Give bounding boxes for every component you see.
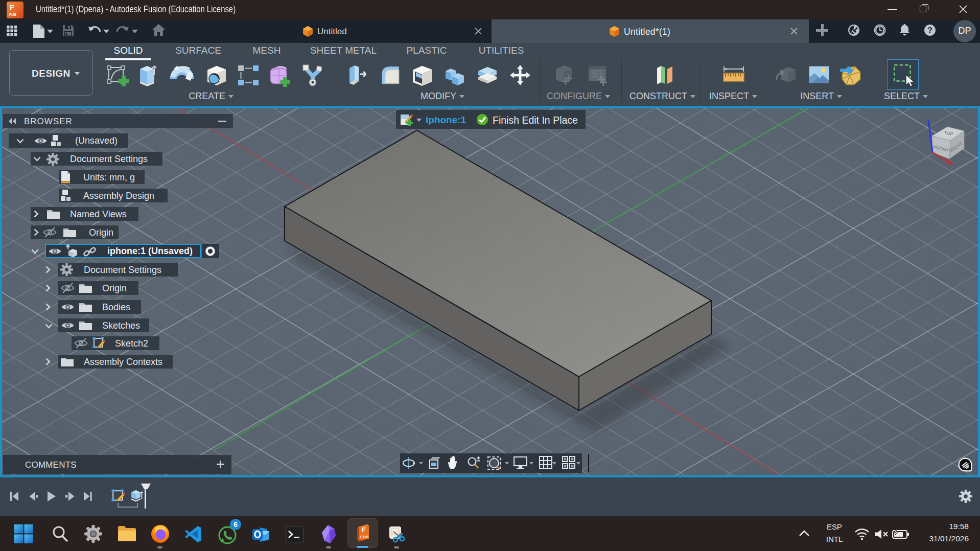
svg-text:FUS: FUS — [9, 13, 16, 16]
svg-text:FUS: FUS — [360, 535, 369, 539]
svg-text:F: F — [362, 526, 366, 534]
svg-text:F: F — [10, 3, 14, 12]
svg-text:?: ? — [927, 26, 932, 35]
